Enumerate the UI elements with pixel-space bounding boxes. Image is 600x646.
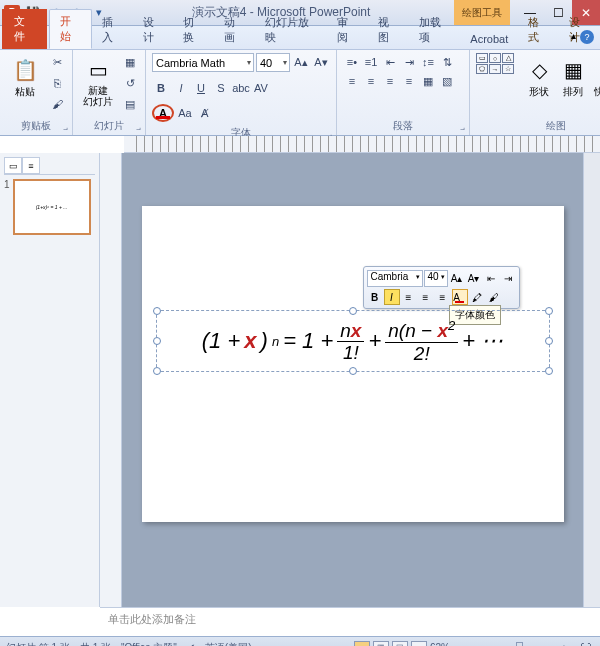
mini-font-size[interactable]: 40	[424, 270, 448, 287]
mini-italic-button[interactable]: I	[384, 289, 400, 305]
increase-indent-icon[interactable]: ⇥	[400, 53, 418, 71]
tab-acrobat[interactable]: Acrobat	[460, 29, 518, 49]
decrease-indent-icon[interactable]: ⇤	[381, 53, 399, 71]
view-reading-icon[interactable]: ▣	[392, 641, 408, 647]
tab-format[interactable]: 格式	[518, 11, 559, 49]
char-spacing-icon[interactable]: AV	[252, 79, 270, 97]
tab-transitions[interactable]: 切换	[173, 11, 214, 49]
view-slideshow-icon[interactable]: ▸	[411, 641, 427, 647]
horizontal-ruler[interactable]	[124, 136, 600, 153]
shapes-icon: ◇	[525, 55, 553, 85]
status-slide-indicator: 幻灯片 第 1 张，共 1 张	[6, 641, 111, 647]
new-slide-button[interactable]: ▭ 新建 幻灯片	[79, 53, 117, 109]
cut-icon[interactable]: ✂	[48, 53, 66, 71]
quick-styles-button[interactable]: 🎨 快速样式	[592, 53, 600, 101]
mini-align-left-icon[interactable]: ≡	[401, 289, 417, 305]
status-theme: "Office 主题"	[121, 641, 177, 647]
font-color-button[interactable]: A	[152, 104, 174, 122]
shrink-font-icon[interactable]: A▾	[312, 54, 330, 72]
mini-font-family[interactable]: Cambria	[367, 270, 423, 287]
contextual-tab-label: 绘图工具	[454, 0, 510, 25]
view-sorter-icon[interactable]: ▦	[373, 641, 389, 647]
group-paragraph: 段落	[343, 118, 463, 134]
slide-canvas[interactable]: Cambria 40 A▴ A▾ ⇤ ⇥ B I ≡ ≡ ≡ A �	[142, 206, 564, 522]
tab-slideshow[interactable]: 幻灯片放映	[255, 11, 327, 49]
bullets-icon[interactable]: ≡•	[343, 53, 361, 71]
tab-animations[interactable]: 动画	[214, 11, 255, 49]
clipboard-icon: 📋	[11, 55, 39, 85]
arrange-icon: ▦	[559, 55, 587, 85]
bold-button[interactable]: B	[152, 79, 170, 97]
thumbnail-preview: (1+x)ⁿ = 1 + ...	[13, 179, 91, 235]
format-painter-icon[interactable]: 🖌	[48, 95, 66, 113]
thumbnails-tab[interactable]: ▭	[4, 157, 22, 174]
zoom-out-icon[interactable]: −	[453, 639, 471, 647]
mini-font-color-button[interactable]: A	[452, 289, 468, 305]
group-drawing: 绘图	[476, 118, 600, 134]
vertical-scrollbar[interactable]	[583, 153, 600, 607]
group-clipboard: 剪贴板	[6, 118, 66, 134]
zoom-level[interactable]: 62%	[430, 642, 450, 646]
slide-thumbnails-panel: ▭ ≡ 1 (1+x)ⁿ = 1 + ...	[0, 153, 100, 607]
columns-icon[interactable]: ▦	[419, 72, 437, 90]
equation-content[interactable]: (1 + x)n = 1 + nx1! + n(n − x22! + ⋯	[157, 311, 549, 371]
ribbon-minimize-icon[interactable]: ▴	[571, 30, 576, 44]
mini-shrink-font-icon[interactable]: A▾	[466, 271, 482, 287]
justify-icon[interactable]: ≡	[400, 72, 418, 90]
mini-highlight-icon[interactable]: 🖍	[469, 289, 485, 305]
align-left-icon[interactable]: ≡	[343, 72, 361, 90]
tab-addins[interactable]: 加载项	[409, 11, 460, 49]
tab-home[interactable]: 开始	[49, 9, 92, 49]
help-icon[interactable]: ?	[580, 30, 594, 44]
tab-design[interactable]: 设计	[133, 11, 174, 49]
reset-icon[interactable]: ↺	[121, 74, 139, 92]
group-slides: 幻灯片	[79, 118, 139, 134]
layout-icon[interactable]: ▦	[121, 53, 139, 71]
copy-icon[interactable]: ⎘	[48, 74, 66, 92]
zoom-in-icon[interactable]: +	[555, 639, 573, 647]
mini-align-center-icon[interactable]: ≡	[418, 289, 434, 305]
clear-format-icon[interactable]: A̸	[196, 104, 214, 122]
tab-file[interactable]: 文件	[2, 9, 47, 49]
vertical-ruler[interactable]	[100, 153, 122, 607]
mini-format-painter-icon[interactable]: 🖌	[486, 289, 502, 305]
notes-pane[interactable]: 单击此处添加备注	[100, 607, 600, 636]
tab-insert[interactable]: 插入	[92, 11, 133, 49]
numbering-icon[interactable]: ≡1	[362, 53, 380, 71]
grow-font-icon[interactable]: A▴	[292, 54, 310, 72]
new-slide-icon: ▭	[84, 55, 112, 85]
ribbon-tabs: 文件 开始 插入 设计 切换 动画 幻灯片放映 审阅 视图 加载项 Acroba…	[0, 26, 600, 50]
shapes-button[interactable]: ◇ 形状	[524, 53, 554, 101]
change-case-icon[interactable]: Aa	[176, 104, 194, 122]
slide-thumbnail-1[interactable]: 1 (1+x)ⁿ = 1 + ...	[4, 179, 95, 235]
font-size-combo[interactable]: 40	[256, 53, 290, 72]
italic-button[interactable]: I	[172, 79, 190, 97]
underline-button[interactable]: U	[192, 79, 210, 97]
fit-window-icon[interactable]: ⛶	[576, 639, 594, 647]
paste-button[interactable]: 📋 粘贴	[6, 53, 44, 101]
align-center-icon[interactable]: ≡	[362, 72, 380, 90]
shapes-gallery[interactable]: ▭○△ ⬠→☆	[476, 53, 520, 74]
equation-textbox[interactable]: (1 + x)n = 1 + nx1! + n(n − x22! + ⋯	[156, 310, 550, 372]
strikethrough-button[interactable]: S	[212, 79, 230, 97]
mini-increase-indent-icon[interactable]: ⇥	[500, 271, 516, 287]
mini-align-right-icon[interactable]: ≡	[435, 289, 451, 305]
mini-grow-font-icon[interactable]: A▴	[449, 271, 465, 287]
shadow-button[interactable]: abc	[232, 79, 250, 97]
mini-decrease-indent-icon[interactable]: ⇤	[483, 271, 499, 287]
text-direction-icon[interactable]: ⇅	[438, 53, 456, 71]
mini-toolbar: Cambria 40 A▴ A▾ ⇤ ⇥ B I ≡ ≡ ≡ A �	[363, 266, 520, 309]
tab-review[interactable]: 审阅	[327, 11, 368, 49]
view-normal-icon[interactable]: ▭	[354, 641, 370, 647]
font-family-combo[interactable]: Cambria Math	[152, 53, 254, 72]
status-language[interactable]: 英语(美国)	[205, 641, 252, 647]
section-icon[interactable]: ▤	[121, 95, 139, 113]
mini-bold-button[interactable]: B	[367, 289, 383, 305]
arrange-button[interactable]: ▦ 排列	[558, 53, 588, 101]
outline-tab[interactable]: ≡	[22, 157, 40, 174]
convert-smartart-icon[interactable]: ▧	[438, 72, 456, 90]
tab-view[interactable]: 视图	[368, 11, 409, 49]
status-spellcheck-icon[interactable]: ✔	[187, 642, 195, 646]
line-spacing-icon[interactable]: ↕≡	[419, 53, 437, 71]
align-right-icon[interactable]: ≡	[381, 72, 399, 90]
